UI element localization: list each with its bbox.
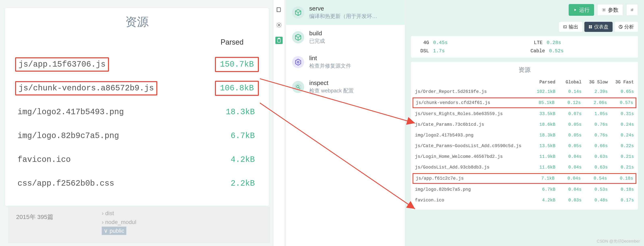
cube-icon (292, 31, 304, 43)
task-item-build[interactable]: build已完成 (286, 25, 405, 50)
task-item-lint[interactable]: lint检查并修复源文件 (286, 50, 405, 74)
resource-3g-slow: 0.63s (582, 154, 608, 159)
resource-parsed: 11.9kB (529, 154, 555, 159)
icon-rail (273, 0, 285, 246)
net-label: LTE (530, 40, 543, 45)
resource-row[interactable]: img/logo2.417b5493.png 18.3kB 0.05s 0.76… (411, 130, 638, 141)
resource-3g-fast: 0.31s (608, 111, 634, 116)
resource-row[interactable]: favicon.ico 4.2kB 0.03s 0.48s 0.17s (411, 195, 638, 206)
net-value: 0.52s (549, 48, 564, 54)
resource-row[interactable]: img/logo.82b9c7a5.png 6.7kB 0.04s 0.53s … (411, 184, 638, 195)
net-label: DSL (417, 48, 429, 54)
resource-3g-fast: 0.57s (607, 100, 633, 105)
resource-row[interactable]: css/app.f2562b0b.css2.2kB (15, 172, 259, 195)
resource-row[interactable]: js/Login_Home_Welcome.46567bd2.js 11.9kB… (411, 151, 638, 162)
book-icon[interactable] (275, 6, 282, 13)
svg-point-6 (297, 61, 299, 63)
resource-row[interactable]: js/Order_Report.5d2619fe.js 102.1kB 0.14… (411, 86, 638, 97)
network-stat: LTE0.28s (530, 40, 632, 45)
resource-row[interactable]: js/Cate_Params~GoodsList_Add.c9590c5d.js… (411, 141, 638, 151)
resource-3g-slow: 1.05s (582, 111, 608, 116)
resource-3g-fast: 0.17s (608, 198, 634, 203)
resource-global: 0.05s (555, 144, 582, 149)
column-parsed: Parsed (220, 38, 244, 46)
tab-analyze[interactable]: 分析 (614, 22, 638, 32)
resource-3g-slow: 0.76s (582, 122, 608, 127)
resource-parsed: 102.1kB (529, 89, 555, 94)
resource-parsed: 18.6kB (529, 122, 555, 127)
net-value: 0.45s (433, 40, 448, 45)
resource-global: 0.04s (554, 176, 581, 181)
resource-parsed: 6.7kB (529, 187, 555, 192)
tree-item[interactable]: › node_modul (102, 218, 136, 227)
resource-3g-fast: 0.65s (608, 89, 634, 94)
terminal-icon (563, 25, 567, 29)
clipboard-icon[interactable] (275, 37, 282, 44)
resource-3g-slow: 2.39s (582, 89, 608, 94)
resource-row[interactable]: js/chunk-vendors.a86572b9.js106.8kB (15, 76, 259, 100)
resource-row[interactable]: img/logo.82b9c7a5.png6.7kB (15, 124, 259, 148)
play-icon (573, 8, 577, 12)
resource-global: 0.14s (555, 89, 582, 94)
resource-name: img/logo2.417b5493.png (415, 133, 529, 138)
external-link-button[interactable] (626, 4, 638, 16)
tab-dashboard[interactable]: 仪表盘 (584, 22, 612, 32)
resource-parsed: 7.1kB (528, 176, 554, 181)
task-item-inspect[interactable]: inspect检查 webpack 配置 (286, 74, 405, 99)
resource-row[interactable]: js/Users_Rights_Roles.b6e63559.js 33.5kB… (411, 108, 638, 119)
resource-global: 0.04s (555, 165, 582, 170)
resource-global: 0.05s (555, 133, 582, 138)
task-name: inspect (309, 79, 399, 86)
resource-row[interactable]: favicon.ico4.2kB (15, 148, 259, 172)
svg-rect-9 (564, 26, 567, 28)
svg-rect-12 (589, 27, 590, 29)
resource-row[interactable]: img/logo2.417b5493.png18.3kB (15, 100, 259, 124)
tree-item[interactable]: › dist (102, 209, 136, 218)
resource-3g-fast: 0.24s (608, 122, 634, 127)
resource-parsed: 13.5kB (529, 144, 555, 149)
resource-name: js/chunk-vendors.a86572b9.js (15, 81, 157, 95)
resource-3g-fast: 0.22s (608, 144, 634, 149)
network-stat: DSL1.7s (417, 48, 518, 54)
resource-parsed: 33.5kB (529, 111, 555, 116)
tab-output[interactable]: 输出 (559, 22, 582, 32)
resource-row[interactable]: js/app.15f63706.js150.7kB (15, 52, 259, 76)
resource-row[interactable]: js/Cate_Params.73c6b1cd.js 18.6kB 0.05s … (411, 119, 638, 130)
resource-name: favicon.ico (415, 198, 529, 203)
dashboard-icon (588, 25, 592, 29)
resource-name: js/app.f61c2c7e.js (416, 176, 528, 181)
net-label: 4G (417, 40, 429, 45)
resource-size: 4.2kB (218, 153, 259, 166)
resource-name: js/Login_Home_Welcome.46567bd2.js (415, 154, 529, 159)
resource-name: css/app.f2562b0b.css (15, 177, 117, 190)
params-button[interactable]: 参数 (597, 4, 623, 16)
resource-name: js/Order_Report.5d2619fe.js (415, 89, 529, 94)
toolbar: 运行 参数 (405, 0, 644, 20)
svg-point-7 (297, 85, 299, 88)
resource-3g-fast: 0.21s (608, 165, 634, 170)
resource-3g-slow: 0.48s (582, 198, 608, 203)
resource-global: 0.04s (555, 187, 582, 192)
file-tree: › dist › node_modul ∨ public (98, 207, 140, 237)
resource-3g-slow: 2.06s (581, 100, 607, 105)
archive-year-count: 2015年 395篇 (8, 207, 62, 227)
gear-icon[interactable] (275, 21, 282, 29)
archive-bar: 2015年 395篇 › dist › node_modul ∨ public … (8, 207, 270, 243)
run-button[interactable]: 运行 (569, 4, 594, 16)
task-desc: 编译和热更新（用于开发环… (309, 13, 399, 20)
resource-row[interactable]: js/chunk-vendors.cfd24f61.js 85.1kB 0.12… (412, 97, 636, 108)
resource-row[interactable]: js/GoodsList_Add.93cb8db3.js 11.6kB 0.04… (411, 162, 638, 173)
resource-row[interactable]: js/app.f61c2c7e.js 7.1kB 0.04s 0.54s 0.1… (412, 173, 636, 184)
resources-header: Parsed (15, 38, 259, 46)
svg-point-8 (604, 10, 604, 11)
tree-item-selected[interactable]: ∨ public (102, 227, 136, 235)
resource-name: img/logo.82b9c7a5.png (415, 187, 529, 192)
resource-3g-fast: 0.18s (607, 176, 633, 181)
hex-icon (292, 56, 304, 68)
analyze-icon (618, 25, 623, 29)
task-item-serve[interactable]: serve编译和热更新（用于开发环… (286, 0, 405, 25)
resource-parsed: 85.1kB (528, 100, 554, 105)
cube-icon (292, 7, 304, 19)
resource-3g-fast: 0.18s (608, 187, 634, 192)
resources-card: 资源 Parsed Global 3G Slow 3G Fast js/Orde… (411, 62, 638, 210)
